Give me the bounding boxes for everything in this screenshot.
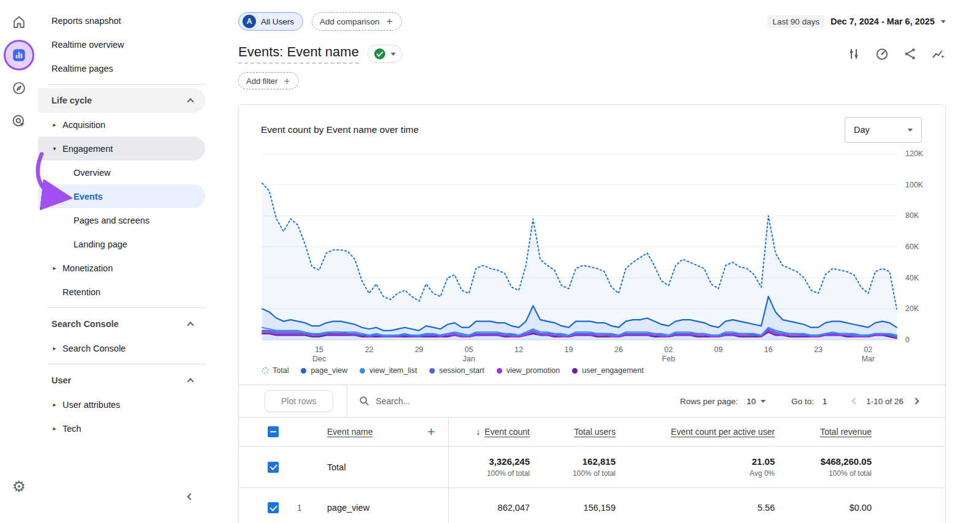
chevron-left-icon <box>187 493 194 500</box>
rows-per-page-select[interactable]: 10 <box>747 397 756 406</box>
sidebar-item-overview[interactable]: Overview <box>38 160 205 184</box>
title-row: Events: Event name <box>238 44 946 64</box>
row-metric: 156,159 <box>530 503 616 513</box>
column-header-total-revenue[interactable]: Total revenue <box>775 427 872 437</box>
row-checkbox[interactable] <box>268 462 279 473</box>
sidebar-section-life-cycle[interactable]: Life cycle <box>38 88 205 113</box>
legend-item-total[interactable]: Total <box>262 366 288 375</box>
sidebar-item-reports-snapshot[interactable]: Reports snapshot <box>38 9 205 32</box>
chevron-up-icon <box>187 378 194 385</box>
share-icon[interactable] <box>903 47 918 61</box>
granularity-select[interactable]: Day <box>845 117 922 143</box>
sidebar-item-pages-and-screens[interactable]: Pages and screens <box>38 208 205 232</box>
collapse-sidebar-button[interactable] <box>188 491 193 501</box>
add-dimension-icon[interactable] <box>426 427 436 437</box>
chart-legend: Totalpage_viewview_item_listsession_star… <box>262 366 945 375</box>
caret-down-icon[interactable] <box>761 400 766 403</box>
totals-metric: 21.05Avg 0% <box>616 456 775 478</box>
svg-text:05: 05 <box>465 345 473 354</box>
go-to-input[interactable]: 1 <box>823 397 827 406</box>
sidebar-item-landing-page[interactable]: Landing page <box>38 232 205 256</box>
search-input[interactable] <box>376 396 468 406</box>
app-root: ⚙ Reports snapshotRealtime overviewRealt… <box>0 0 980 523</box>
date-range-picker[interactable]: Last 90 days Dec 7, 2024 - Mar 6, 2025 <box>767 15 946 28</box>
sidebar-item-engagement[interactable]: ▾Engagement <box>38 137 205 160</box>
sidebar-item-tech[interactable]: ▸Tech <box>38 416 205 440</box>
go-to-label: Go to: <box>791 397 814 406</box>
svg-text:Jan: Jan <box>462 355 475 363</box>
table-search <box>347 395 468 407</box>
totals-metric: 3,326,245100% of total <box>449 456 530 478</box>
sidebar-item-monetization[interactable]: ▸Monetization <box>38 256 205 280</box>
svg-text:23: 23 <box>814 345 823 354</box>
svg-text:0: 0 <box>905 336 910 344</box>
pagination-controls: Rows per page: 10 Go to: 1 1-10 of 26 <box>680 397 945 406</box>
sidebar-item-user-attributes[interactable]: ▸User attributes <box>38 393 205 416</box>
sidebar-item-search-console[interactable]: ▸Search Console <box>38 336 205 360</box>
table-row[interactable]: 1 page_view 862,047156,1595.56$0.00 <box>239 488 945 523</box>
svg-text:Mar: Mar <box>862 355 875 363</box>
insights-icon[interactable] <box>931 47 946 61</box>
date-range: Dec 7, 2024 - Mar 6, 2025 <box>831 17 935 26</box>
row-metric: 5.56 <box>616 503 775 513</box>
svg-text:16: 16 <box>764 345 773 354</box>
svg-text:22: 22 <box>365 345 374 354</box>
audience-avatar: A <box>243 15 256 28</box>
expand-triangle-icon: ▸ <box>47 121 62 128</box>
admin-gear-icon[interactable]: ⚙ <box>6 473 32 500</box>
sidebar-section-search-console[interactable]: Search Console <box>38 312 205 336</box>
next-page-icon[interactable] <box>912 397 919 404</box>
sidebar-item-retention[interactable]: Retention <box>38 280 205 304</box>
sidebar-item-events[interactable]: Events <box>38 184 205 208</box>
comparisons-icon[interactable] <box>846 47 861 61</box>
prev-page-icon[interactable] <box>852 397 859 404</box>
gauge-icon[interactable] <box>875 47 889 61</box>
legend-dot <box>360 368 365 374</box>
sidebar-item-realtime-pages[interactable]: Realtime pages <box>38 56 205 80</box>
svg-text:80K: 80K <box>905 211 919 220</box>
add-comparison-button[interactable]: Add comparison <box>312 12 402 31</box>
sidebar-section-user[interactable]: User <box>38 368 205 393</box>
legend-dot <box>301 368 306 374</box>
column-header-total-users[interactable]: Total users <box>530 427 616 437</box>
caret-down-icon <box>391 53 396 56</box>
plot-rows-button[interactable]: Plot rows <box>265 390 333 412</box>
column-header-event-count[interactable]: ↓ Event count <box>449 427 530 437</box>
legend-dot <box>429 368 435 374</box>
legend-item-page-view[interactable]: page_view <box>301 366 347 375</box>
chevron-up-icon <box>187 322 194 328</box>
data-quality-chip[interactable] <box>368 45 402 63</box>
search-icon <box>358 395 371 407</box>
add-filter-button[interactable]: Add filter <box>238 72 299 89</box>
line-chart: 020K40K60K80K100K120K15Dec222905Jan12192… <box>261 145 945 365</box>
sidebar-item-realtime-overview[interactable]: Realtime overview <box>38 32 205 56</box>
svg-text:02: 02 <box>864 345 872 354</box>
row-checkbox[interactable] <box>268 502 279 513</box>
advertising-icon[interactable] <box>6 108 32 135</box>
svg-text:19: 19 <box>565 345 573 354</box>
all-users-chip[interactable]: A All Users <box>238 12 303 31</box>
expand-triangle-icon: ▸ <box>47 425 62 432</box>
legend-item-user-engagement[interactable]: user_engagement <box>572 366 644 375</box>
chart-title: Event count by Event name over time <box>261 124 419 135</box>
legend-dot-dotted <box>262 367 268 374</box>
select-all-checkbox[interactable] <box>268 426 279 437</box>
column-header-event-count-per-active-user[interactable]: Event count per active user <box>616 427 775 437</box>
svg-text:20K: 20K <box>905 304 919 313</box>
explore-icon[interactable] <box>6 75 32 102</box>
svg-text:100K: 100K <box>905 181 924 189</box>
reports-icon[interactable] <box>6 42 32 69</box>
legend-item-view-item-list[interactable]: view_item_list <box>360 366 417 375</box>
date-preset: Last 90 days <box>767 15 824 28</box>
column-header-event-name[interactable]: Event name <box>327 427 373 437</box>
home-icon[interactable] <box>6 9 32 36</box>
expand-triangle-icon: ▸ <box>47 265 62 271</box>
legend-item-view-promotion[interactable]: view_promotion <box>497 366 560 375</box>
legend-item-session-start[interactable]: session_start <box>429 366 484 375</box>
add-comparison-label: Add comparison <box>320 17 380 26</box>
filter-row: Add filter <box>238 72 946 89</box>
svg-text:40K: 40K <box>905 274 919 282</box>
sidebar-item-acquisition[interactable]: ▸Acquisition <box>38 113 205 137</box>
report-card: Event count by Event name over time Day … <box>238 104 946 523</box>
chart-header: Event count by Event name over time Day <box>239 105 945 143</box>
